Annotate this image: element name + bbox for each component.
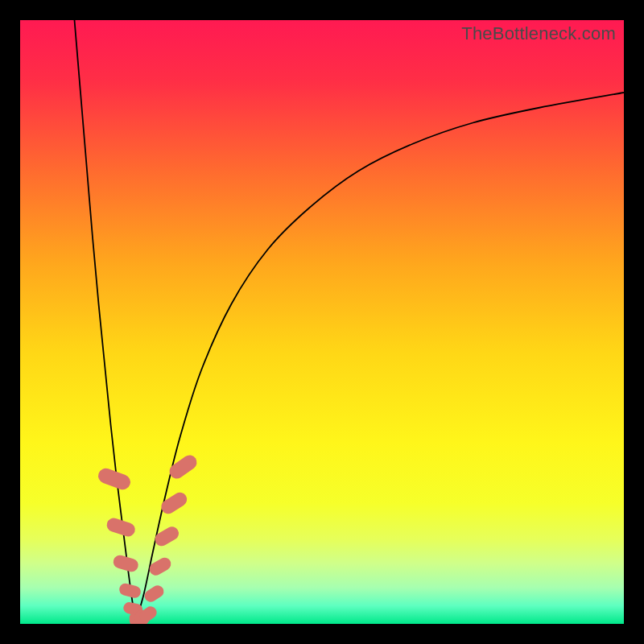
beads-group	[96, 452, 200, 624]
bead-marker	[159, 490, 189, 517]
plot-area: TheBottleneck.com	[20, 20, 624, 624]
bead-marker	[167, 452, 200, 481]
curve-layer	[20, 20, 624, 624]
bead-marker	[96, 466, 132, 492]
chart-frame: TheBottleneck.com	[0, 0, 644, 644]
bead-marker	[105, 516, 137, 539]
bead-marker	[118, 582, 142, 599]
bead-marker	[152, 524, 181, 548]
curve-right-branch	[136, 93, 624, 621]
